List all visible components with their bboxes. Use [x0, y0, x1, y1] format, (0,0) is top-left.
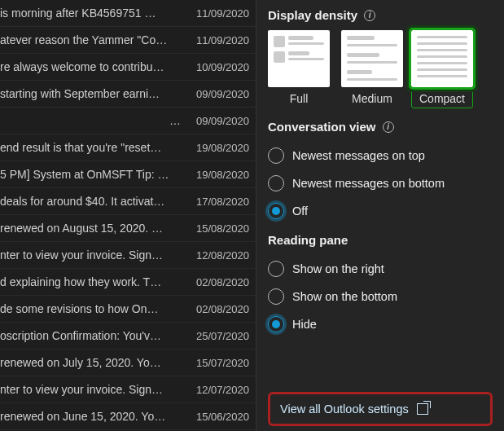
mail-date: 12/07/2020 [186, 384, 249, 396]
mail-date: 11/09/2020 [186, 7, 249, 20]
mail-date: 19/08/2020 [186, 169, 249, 181]
mail-list: is morning after KB4569751 …11/09/2020 a… [0, 0, 256, 431]
radio-icon [268, 203, 284, 219]
conversation-option-newest-bottom[interactable]: Newest messages on bottom [268, 169, 493, 197]
density-thumb-medium [341, 30, 403, 87]
reading-pane-title: Reading pane [268, 233, 493, 247]
density-label: Full [290, 92, 309, 105]
mail-row[interactable]: end result is that you're "reset…19/08/2… [0, 134, 256, 161]
mail-date: 17/08/2020 [186, 196, 249, 208]
density-option-full[interactable]: Full [268, 30, 330, 105]
mail-row[interactable]: nter to view your invoice. Sign…12/07/20… [0, 376, 256, 403]
mail-row[interactable]: nter to view your invoice. Sign…12/08/20… [0, 242, 256, 269]
radio-label: Show on the bottom [292, 290, 397, 303]
mail-row[interactable]: d explaining how they work. T…02/08/2020 [0, 269, 256, 296]
mail-subject: deals for around $40. It activat… [0, 195, 186, 208]
mail-date: 15/07/2020 [186, 357, 249, 369]
mail-date: 25/07/2020 [186, 330, 249, 342]
reading-pane-option-right[interactable]: Show on the right [268, 255, 493, 283]
mail-subject: end result is that you're "reset… [0, 141, 186, 154]
mail-subject: oscription Confirmation: You'v… [0, 329, 186, 342]
mail-date: 15/06/2020 [186, 411, 249, 423]
conversation-option-off[interactable]: Off [268, 197, 493, 225]
mail-subject: atever reason the Yammer "Co… [0, 33, 186, 46]
mail-subject: renewed on June 15, 2020. Yo… [0, 410, 186, 423]
radio-label: Off [292, 205, 308, 218]
open-external-icon [417, 403, 428, 415]
mail-row[interactable]: 5 PM] System at OnMSFT Tip: …19/08/2020 [0, 161, 256, 188]
mail-subject: … [0, 114, 186, 127]
mail-subject: re always welcome to contribu… [0, 60, 186, 73]
display-density-title: Display density [268, 8, 493, 22]
radio-icon [268, 316, 284, 332]
mail-subject: nter to view your invoice. Sign… [0, 248, 186, 262]
info-icon[interactable] [383, 121, 394, 133]
mail-row[interactable]: de some revisions to how On…02/08/2020 [0, 296, 256, 323]
radio-label: Show on the right [292, 262, 384, 275]
conversation-option-newest-top[interactable]: Newest messages on top [268, 142, 493, 169]
mail-date: 11/09/2020 [186, 34, 249, 46]
mail-row[interactable]: oscription Confirmation: You'v…25/07/202… [0, 323, 256, 350]
conversation-view-label: Conversation view [268, 120, 376, 134]
mail-date: 12/08/2020 [186, 249, 249, 262]
radio-icon [268, 175, 284, 191]
mail-subject: renewed on July 15, 2020. Yo… [0, 356, 186, 369]
mail-row[interactable]: re always welcome to contribu…10/09/2020 [0, 54, 256, 81]
reading-pane-option-bottom[interactable]: Show on the bottom [268, 283, 493, 310]
mail-row[interactable]: is morning after KB4569751 …11/09/2020 [0, 0, 256, 27]
radio-label: Hide [292, 318, 317, 331]
mail-row[interactable]: renewed on June 15, 2020. Yo…15/06/2020 [0, 403, 256, 430]
view-all-outlook-settings-link[interactable]: View all Outlook settings [268, 392, 493, 426]
mail-date: 10/09/2020 [186, 61, 249, 73]
mail-row[interactable]: starting with September earni…09/09/2020 [0, 81, 256, 108]
mail-date: 09/09/2020 [186, 115, 249, 127]
mail-subject: is morning after KB4569751 … [0, 7, 186, 20]
mail-subject: renewed on August 15, 2020. … [0, 222, 186, 235]
density-label: Medium [352, 92, 392, 105]
density-thumb-compact [411, 30, 473, 87]
mail-row[interactable]: renewed on August 15, 2020. …15/08/2020 [0, 215, 256, 242]
density-thumb-full [268, 30, 330, 87]
radio-label: Newest messages on bottom [292, 177, 445, 190]
display-density-label: Display density [268, 8, 357, 22]
mail-row[interactable]: renewed on July 15, 2020. Yo…15/07/2020 [0, 350, 256, 376]
density-label: Compact [419, 92, 465, 105]
radio-icon [268, 288, 284, 305]
mail-subject: de some revisions to how On… [0, 302, 186, 315]
mail-subject: d explaining how they work. T… [0, 275, 186, 288]
mail-date: 02/08/2020 [186, 303, 249, 315]
conversation-view-title: Conversation view [268, 120, 493, 134]
mail-date: 02/08/2020 [186, 276, 249, 288]
view-all-label: View all Outlook settings [280, 402, 409, 416]
reading-pane-label: Reading pane [268, 233, 348, 247]
mail-date: 15/08/2020 [186, 222, 249, 235]
mail-date: 19/08/2020 [186, 142, 249, 154]
mail-row[interactable]: atever reason the Yammer "Co…11/09/2020 [0, 27, 256, 54]
radio-icon [268, 261, 284, 277]
radio-icon [268, 147, 284, 164]
mail-subject: starting with September earni… [0, 87, 186, 100]
mail-subject: nter to view your invoice. Sign… [0, 383, 186, 396]
density-option-medium[interactable]: Medium [341, 30, 403, 105]
density-option-compact[interactable]: Compact [411, 27, 473, 108]
mail-row[interactable]: deals for around $40. It activat…17/08/2… [0, 188, 256, 215]
mail-date: 09/09/2020 [186, 88, 249, 100]
info-icon[interactable] [364, 10, 375, 21]
quick-settings-panel: Display density Full Medium Com [256, 0, 504, 431]
reading-pane-option-hide[interactable]: Hide [268, 310, 493, 338]
mail-row[interactable]: …09/09/2020 [0, 108, 256, 134]
mail-subject: 5 PM] System at OnMSFT Tip: … [0, 168, 186, 181]
density-options: Full Medium Compact [268, 30, 493, 105]
radio-label: Newest messages on top [292, 149, 425, 162]
